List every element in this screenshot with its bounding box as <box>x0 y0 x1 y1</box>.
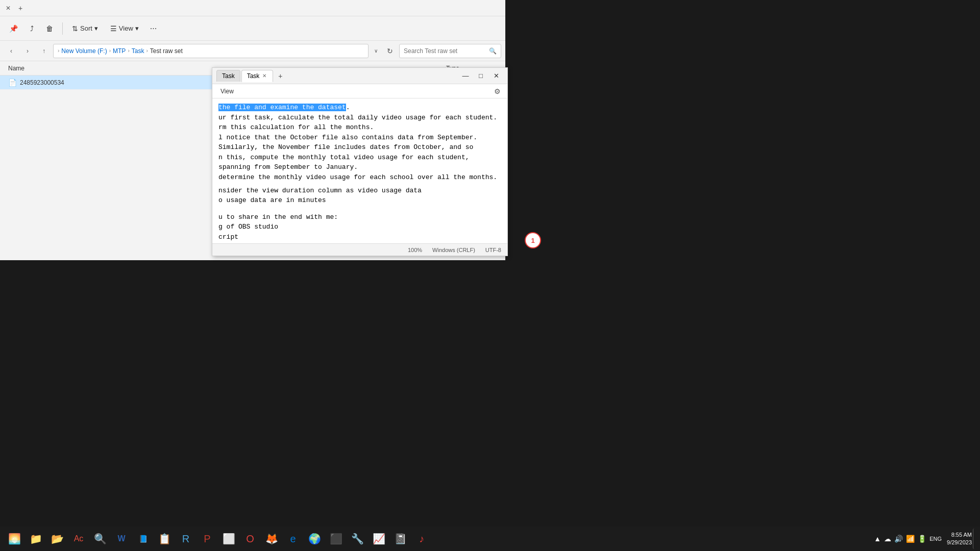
notepad-tab-close-button[interactable]: ✕ <box>261 73 267 79</box>
pin-icon: 📌 <box>9 24 18 33</box>
up-button[interactable]: ↑ <box>37 44 51 58</box>
taskbar-notes-icon[interactable]: 📓 <box>390 529 410 549</box>
content-line13: g of OBS studio <box>218 222 501 232</box>
notepad-tab-1[interactable]: Task ✕ <box>241 70 274 82</box>
taskbar-weather-icon[interactable]: 🌅 <box>4 529 24 549</box>
explorer-new-tab-button[interactable]: + <box>14 2 27 14</box>
taskbar-sys-icons: ▲ ☁ 🔊 📶 🔋 ENG <box>870 535 946 543</box>
taskbar-grid-icon[interactable]: ⬜ <box>218 529 239 549</box>
taskbar-show-desktop-button[interactable] <box>973 529 976 549</box>
content-line4: l notice that the October file also cont… <box>218 133 501 153</box>
notepad-statusbar: 100% Windows (CRLF) UTF-8 <box>212 243 507 256</box>
taskbar-rstudio-icon[interactable]: R <box>176 529 196 549</box>
taskbar-datetime[interactable]: 8:55 AM 9/29/2023 <box>947 531 972 547</box>
pin-button[interactable]: 📌 <box>4 21 23 36</box>
taskbar-firefox-icon[interactable]: 🦊 <box>261 529 282 549</box>
sort-label: Sort <box>80 24 92 32</box>
taskbar-folder-icon[interactable]: 📂 <box>47 529 67 549</box>
address-bar: ‹ › ↑ › New Volume (F:) › MTP › Task › T… <box>0 41 505 61</box>
taskbar-tool-icon[interactable]: 🔧 <box>347 529 368 549</box>
sort-chevron-icon: ▾ <box>94 24 98 32</box>
dark-area-bottom <box>0 260 980 527</box>
file-name: 2485923000534 <box>20 79 64 86</box>
taskbar-chevron-icon[interactable]: ▲ <box>874 535 881 543</box>
notepad-settings-button[interactable]: ⚙ <box>491 85 503 97</box>
content-line9: o usage data are in minutes <box>218 195 501 206</box>
content-line2: ur first task, calculate the total daily… <box>218 113 501 123</box>
taskbar-browser-icon[interactable]: 🌍 <box>304 529 325 549</box>
view-chevron-icon: ▾ <box>135 24 139 32</box>
taskbar-date-display: 9/29/2023 <box>947 539 972 546</box>
explorer-close-button[interactable]: ✕ <box>4 4 12 12</box>
separator <box>62 22 63 35</box>
taskbar-keyboard-icon[interactable]: ENG <box>929 536 942 542</box>
breadcrumb-sep1: › <box>109 48 111 54</box>
share-button[interactable]: ⤴ <box>25 21 39 36</box>
breadcrumb-part1[interactable]: New Volume (F:) <box>61 47 107 55</box>
forward-button[interactable]: › <box>20 44 35 58</box>
taskbar-terminal-icon[interactable]: ⬛ <box>326 529 346 549</box>
more-options-button[interactable]: ··· <box>146 21 161 36</box>
notepad-close-button[interactable]: ✕ <box>489 70 503 82</box>
taskbar-mendeley-icon[interactable]: 🔍 <box>90 529 110 549</box>
share-icon: ⤴ <box>30 24 34 33</box>
back-button[interactable]: ‹ <box>4 44 18 58</box>
sort-icon: ⇅ <box>72 24 78 33</box>
taskbar: 🌅 📁 📂 Ac 🔍 W 📘 📋 R P ⬜ O 🦊 e 🌍 ⬛ 🔧 📈 📓 ♪… <box>0 527 980 551</box>
content-line8: nsider the view duration column as video… <box>218 186 501 196</box>
breadcrumb-dropdown-button[interactable]: ∨ <box>371 44 381 58</box>
taskbar-edge-icon[interactable]: e <box>283 529 303 549</box>
delete-icon: 🗑 <box>46 24 53 33</box>
notepad-menu-view[interactable]: View <box>216 86 238 97</box>
notepad-window-controls: — □ ✕ <box>458 70 503 82</box>
taskbar-media-icon[interactable]: ♪ <box>411 529 432 549</box>
content-line14: cript <box>218 232 501 242</box>
notepad-titlebar: Task Task ✕ + — □ ✕ <box>212 68 507 84</box>
taskbar-network-icon[interactable]: 📶 <box>906 535 915 543</box>
notepad-add-tab-button[interactable]: + <box>274 70 286 82</box>
breadcrumb-part2[interactable]: MTP <box>113 47 126 55</box>
file-icon: 📄 <box>8 79 17 87</box>
notepad-content: the file and examine the dataset. ur fir… <box>212 98 507 243</box>
taskbar-cloud-icon[interactable]: ☁ <box>884 535 891 543</box>
taskbar-acrobat-icon[interactable]: Ac <box>68 529 89 549</box>
notepad-window: Task Task ✕ + — □ ✕ View ⚙ the file and … <box>212 67 508 256</box>
notification-badge: 1 <box>525 232 541 248</box>
view-icon: ☰ <box>110 24 117 33</box>
content-line12: u to share in the end with me: <box>218 212 501 222</box>
zoom-level: 100% <box>408 247 422 253</box>
view-button[interactable]: ☰ View ▾ <box>105 21 144 36</box>
search-container: 🔍 <box>399 44 501 58</box>
breadcrumb: › New Volume (F:) › MTP › Task › Test ra… <box>53 44 369 58</box>
breadcrumb-part4[interactable]: Test raw set <box>150 47 183 55</box>
taskbar-word-icon[interactable]: W <box>111 529 132 549</box>
sort-button[interactable]: ⇅ Sort ▾ <box>67 21 103 36</box>
content-line3: rm this calculation for all the months. <box>218 122 501 133</box>
search-icon: 🔍 <box>489 47 497 55</box>
taskbar-chart-icon[interactable]: 📈 <box>369 529 389 549</box>
notepad-tab-0[interactable]: Task <box>216 70 240 82</box>
breadcrumb-sep2: › <box>128 48 129 54</box>
refresh-button[interactable]: ↻ <box>383 44 397 58</box>
content-line5: n this, compute the monthly total video … <box>218 153 501 172</box>
taskbar-ppt-icon[interactable]: P <box>197 529 217 549</box>
taskbar-battery-icon[interactable]: 🔋 <box>918 535 926 543</box>
breadcrumb-sep3: › <box>146 48 148 54</box>
breadcrumb-part3[interactable]: Task <box>132 47 144 55</box>
content-highlighted: the file and examine the dataset <box>218 104 346 111</box>
notepad-minimize-button[interactable]: — <box>458 70 473 82</box>
view-label: View <box>119 24 133 32</box>
dark-area-right <box>505 0 980 260</box>
delete-button[interactable]: 🗑 <box>41 21 58 36</box>
taskbar-volume-icon[interactable]: 🔊 <box>894 535 903 543</box>
taskbar-files-icon[interactable]: 📁 <box>26 529 46 549</box>
taskbar-word2-icon[interactable]: 📘 <box>133 529 153 549</box>
search-input[interactable] <box>404 47 485 55</box>
notepad-tabs: Task Task ✕ + <box>216 70 458 82</box>
notepad-tab-label-1: Task <box>247 72 260 80</box>
notepad-maximize-button[interactable]: □ <box>474 70 488 82</box>
content-line1: the file and examine the dataset. <box>218 103 501 113</box>
taskbar-opera-icon[interactable]: O <box>240 529 260 549</box>
title-bar: ✕ + <box>0 0 505 16</box>
taskbar-onenote-icon[interactable]: 📋 <box>154 529 175 549</box>
